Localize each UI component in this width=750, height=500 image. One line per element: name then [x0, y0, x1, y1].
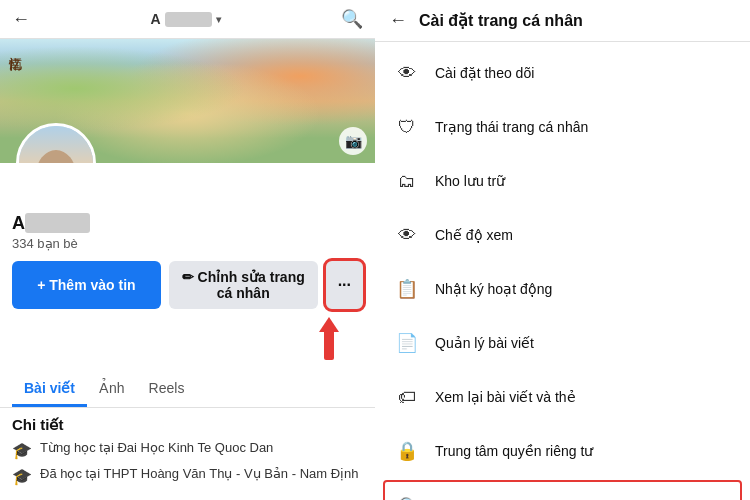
menu-item-5[interactable]: 📄Quản lý bài viết: [375, 316, 750, 370]
menu-icon-5: 📄: [391, 327, 423, 359]
chevron-down-icon: ▾: [216, 14, 221, 25]
right-back-icon[interactable]: ←: [389, 10, 407, 31]
edit-profile-button[interactable]: ✏ Chỉnh sửa trang cá nhân: [169, 261, 318, 309]
arrow-annotation: [12, 317, 363, 360]
chi-tiet-title: Chi tiết: [12, 416, 363, 434]
menu-icon-8: 🔍: [393, 491, 425, 500]
menu-item-8[interactable]: 🔍Tìm kiếm: [383, 480, 742, 500]
education-text-2: Đã học tại THPT Hoàng Văn Thụ - Vụ Bản -…: [40, 466, 359, 481]
name-blur: ■■■■■■: [25, 213, 90, 233]
menu-item-6[interactable]: 🏷Xem lại bài viết và thẻ: [375, 370, 750, 424]
right-panel: ← Cài đặt trang cá nhân 👁Cài đặt theo dõ…: [375, 0, 750, 500]
menu-label-1: Trạng thái trang cá nhân: [435, 119, 588, 135]
tab-anh[interactable]: Ảnh: [87, 372, 137, 407]
avatar-image: [19, 126, 93, 163]
chi-tiet-section: Chi tiết 🎓 Từng học tại Đai Học Kinh Te …: [0, 408, 375, 500]
friends-count: 334 bạn bè: [12, 236, 363, 251]
education-icon-2: 🎓: [12, 467, 32, 486]
avatar: [16, 123, 96, 163]
add-to-story-button[interactable]: + Thêm vào tin: [12, 261, 161, 309]
search-icon[interactable]: 🔍: [341, 8, 363, 30]
username-bar[interactable]: A ■■■■■■ ▾: [150, 11, 220, 27]
menu-label-4: Nhật ký hoạt động: [435, 281, 552, 297]
education-item-1: 🎓 Từng học tại Đai Học Kinh Te Quoc Dan: [12, 440, 363, 460]
right-header: ← Cài đặt trang cá nhân: [375, 0, 750, 42]
profile-name: A■■■■■■: [12, 213, 363, 234]
profile-tabs: Bài viết Ảnh Reels: [0, 372, 375, 408]
back-icon[interactable]: ←: [12, 9, 30, 30]
menu-label-7: Trung tâm quyền riêng tư: [435, 443, 593, 459]
up-arrow-icon: [319, 317, 339, 360]
action-buttons: + Thêm vào tin ✏ Chỉnh sửa trang cá nhân…: [12, 261, 363, 309]
menu-icon-7: 🔒: [391, 435, 423, 467]
name-prefix: A: [12, 213, 25, 233]
menu-icon-1: 🛡: [391, 111, 423, 143]
menu-item-0[interactable]: 👁Cài đặt theo dõi: [375, 46, 750, 100]
settings-menu-list: 👁Cài đặt theo dõi🛡Trạng thái trang cá nh…: [375, 42, 750, 500]
menu-label-3: Chế độ xem: [435, 227, 513, 243]
cover-camera-icon[interactable]: 📷: [339, 127, 367, 155]
menu-label-2: Kho lưu trữ: [435, 173, 505, 189]
education-text-1: Từng học tại Đai Học Kinh Te Quoc Dan: [40, 440, 273, 455]
menu-icon-4: 📋: [391, 273, 423, 305]
tab-bai-viet[interactable]: Bài viết: [12, 372, 87, 407]
arrow-body: [324, 330, 334, 360]
menu-label-0: Cài đặt theo dõi: [435, 65, 534, 81]
tab-reels[interactable]: Reels: [137, 372, 197, 407]
menu-item-2[interactable]: 🗂Kho lưu trữ: [375, 154, 750, 208]
menu-icon-0: 👁: [391, 57, 423, 89]
right-panel-title: Cài đặt trang cá nhân: [419, 11, 583, 30]
profile-info: A■■■■■■ 334 bạn bè + Thêm vào tin ✏ Chỉn…: [0, 213, 375, 368]
cover-photo: 📷 📷: [0, 39, 375, 163]
menu-icon-3: 👁: [391, 219, 423, 251]
menu-icon-6: 🏷: [391, 381, 423, 413]
username-text: A: [150, 11, 160, 27]
username-blur: ■■■■■■: [165, 12, 212, 27]
menu-item-7[interactable]: 🔒Trung tâm quyền riêng tư: [375, 424, 750, 478]
left-panel: ← A ■■■■■■ ▾ 🔍 📷 📷 A■■■■■■ 334 bạn bè + …: [0, 0, 375, 500]
education-icon-1: 🎓: [12, 441, 32, 460]
menu-item-4[interactable]: 📋Nhật ký hoạt động: [375, 262, 750, 316]
menu-icon-2: 🗂: [391, 165, 423, 197]
menu-label-5: Quản lý bài viết: [435, 335, 534, 351]
more-options-button[interactable]: ···: [326, 261, 363, 309]
education-item-2: 🎓 Đã học tại THPT Hoàng Văn Thụ - Vụ Bản…: [12, 466, 363, 486]
left-header: ← A ■■■■■■ ▾ 🔍: [0, 0, 375, 39]
menu-item-1[interactable]: 🛡Trạng thái trang cá nhân: [375, 100, 750, 154]
menu-item-3[interactable]: 👁Chế độ xem: [375, 208, 750, 262]
menu-label-6: Xem lại bài viết và thẻ: [435, 389, 576, 405]
